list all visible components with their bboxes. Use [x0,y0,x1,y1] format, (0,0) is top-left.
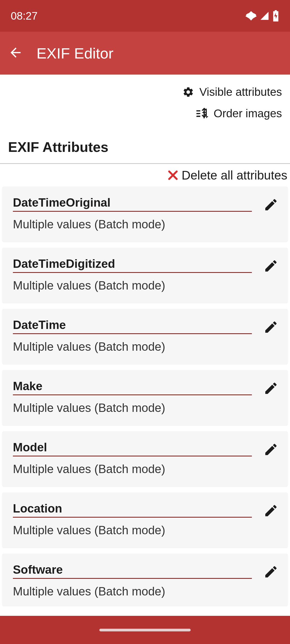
attribute-card[interactable]: Location Multiple values (Batch mode) [2,492,288,548]
battery-icon [272,10,279,21]
pencil-icon [263,442,278,457]
attribute-card[interactable]: Software Multiple values (Batch mode) [2,554,288,606]
attribute-card[interactable]: Model Multiple values (Batch mode) [2,431,288,486]
attribute-name: Software [13,563,252,579]
back-button[interactable] [8,45,23,61]
wifi-icon [245,11,257,21]
nav-pill[interactable] [99,629,191,631]
pencil-icon [263,503,278,518]
attribute-name: Location [13,502,252,518]
attribute-value: Multiple values (Batch mode) [13,524,258,537]
edit-button[interactable] [263,564,278,579]
attribute-card[interactable]: DateTimeDigitized Multiple values (Batch… [2,248,288,303]
edit-button[interactable] [263,381,278,396]
edit-button[interactable] [263,442,278,457]
app-title: EXIF Editor [37,45,113,62]
edit-button[interactable] [263,258,278,273]
delete-all-button[interactable]: Delete all attributes [0,164,290,186]
edit-button[interactable] [263,197,278,212]
gear-icon [182,86,194,98]
pencil-icon [263,381,278,396]
attribute-name: DateTimeDigitized [13,257,252,273]
menu-area: Visible attributes Order images [0,75,290,132]
visible-attributes-button[interactable]: Visible attributes [0,81,282,103]
attribute-value: Multiple values (Batch mode) [13,279,258,292]
pencil-icon [263,320,278,335]
attribute-name: Make [13,379,252,395]
status-icons [245,10,279,21]
attribute-card[interactable]: DateTime Multiple values (Batch mode) [2,309,288,364]
order-images-label: Order images [214,107,282,120]
attribute-value: Multiple values (Batch mode) [13,218,258,231]
sort-icon [197,108,208,119]
attribute-value: Multiple values (Batch mode) [13,401,258,415]
close-icon [166,169,179,182]
order-images-button[interactable]: Order images [0,103,282,124]
attribute-card[interactable]: Make Multiple values (Batch mode) [2,370,288,425]
attribute-name: DateTimeOriginal [13,196,252,212]
pencil-icon [263,197,278,212]
status-time: 08:27 [11,10,38,22]
app-bar: EXIF Editor [0,32,290,75]
delete-all-label: Delete all attributes [182,168,287,182]
pencil-icon [263,564,278,579]
attribute-value: Multiple values (Batch mode) [13,340,258,353]
attribute-value: Multiple values (Batch mode) [13,462,258,476]
section-title: EXIF Attributes [0,132,290,163]
attribute-name: DateTime [13,318,252,334]
signal-icon [259,11,270,21]
attribute-name: Model [13,441,252,456]
navigation-bar [0,616,290,644]
attribute-card[interactable]: DateTimeOriginal Multiple values (Batch … [2,186,288,242]
attribute-list: DateTimeOriginal Multiple values (Batch … [0,186,290,606]
edit-button[interactable] [263,503,278,518]
visible-attributes-label: Visible attributes [200,86,282,98]
pencil-icon [263,258,278,273]
attribute-value: Multiple values (Batch mode) [13,585,258,598]
edit-button[interactable] [263,320,278,335]
status-bar: 08:27 [0,0,290,32]
